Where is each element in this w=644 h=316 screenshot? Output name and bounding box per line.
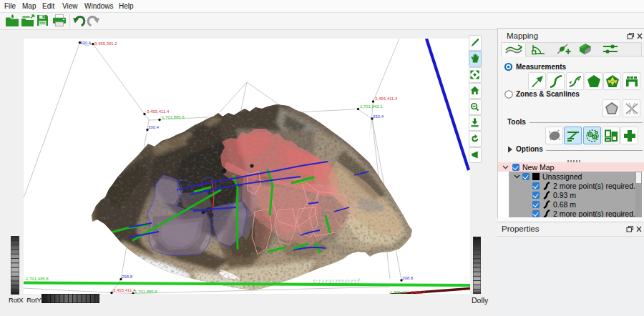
svg-text:-1,701,885.8: -1,701,885.8	[133, 290, 157, 294]
svg-text:-3,455,411.4: -3,455,411.4	[145, 109, 170, 114]
svg-text:330.4: 330.4	[80, 41, 92, 45]
svg-text:330.4: 330.4	[373, 114, 384, 119]
svg-text:-1,701,842.1: -1,701,842.1	[358, 104, 383, 109]
svg-text:298.8: 298.8	[402, 276, 414, 280]
svg-text:-3,455,4: -3,455,4	[409, 290, 426, 294]
svg-text:298.8: 298.8	[122, 275, 133, 279]
svg-text:-1,701,885.8: -1,701,885.8	[160, 115, 185, 119]
svg-text:-1,701,495.8: -1,701,495.8	[24, 277, 49, 281]
svg-text:-3,455,411.4: -3,455,411.4	[112, 288, 136, 292]
svg-text:-1,701,44: -1,701,44	[389, 290, 407, 294]
svg-text:-3,455,391.2: -3,455,391.2	[93, 41, 117, 46]
svg-text:-3,455,411.4: -3,455,411.4	[374, 97, 398, 101]
svg-text:330.4: 330.4	[148, 125, 160, 129]
